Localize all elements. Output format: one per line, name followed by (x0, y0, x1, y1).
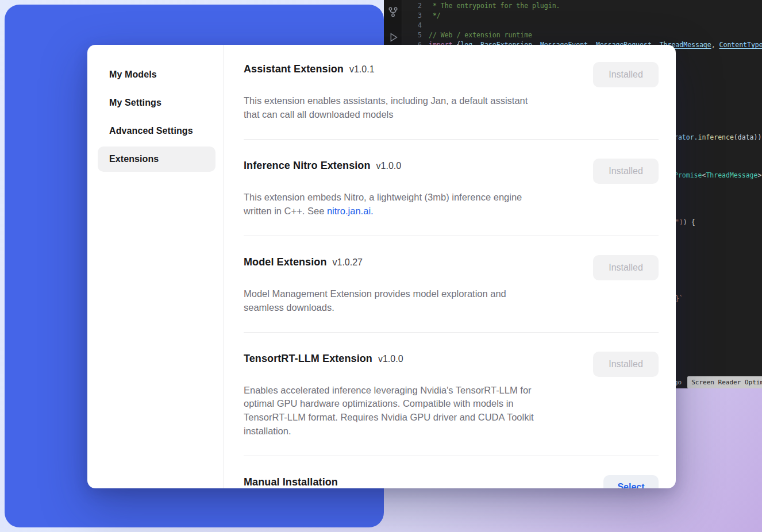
extension-row-assistant: Assistant Extensionv1.0.1 Installed This… (244, 45, 659, 139)
desktop: 2 * The entrypoint for the plugin. 3 */ … (0, 0, 762, 532)
line-number: 3 (402, 11, 429, 21)
extension-version: v1.0.0 (378, 354, 403, 364)
extension-version: v1.0.1 (349, 64, 375, 74)
extension-description: Model Management Extension provides mode… (244, 287, 580, 315)
extension-description: This extension enables assistants, inclu… (244, 94, 580, 122)
extension-row-tensorrt-llm: TensortRT-LLM Extensionv1.0.0 Installed … (244, 332, 659, 456)
settings-modal: My Models My Settings Advanced Settings … (87, 45, 676, 488)
manual-installation-row: Manual Installation Select Select an ext… (244, 456, 659, 488)
installed-button[interactable]: Installed (593, 255, 659, 280)
extension-name: TensortRT-LLM Extension (244, 353, 372, 364)
git-fork-icon[interactable] (387, 6, 399, 18)
run-debug-icon[interactable] (387, 31, 399, 44)
extension-heading: Model Extensionv1.0.27 (244, 256, 363, 268)
code-line: 2 * The entrypoint for the plugin. (402, 1, 762, 11)
sidebar-item-advanced-settings[interactable]: Advanced Settings (98, 118, 215, 144)
installed-button[interactable]: Installed (593, 159, 659, 184)
code-fragment: Promise<ThreadMessage> (674, 171, 761, 180)
extensions-panel: Assistant Extensionv1.0.1 Installed This… (224, 45, 676, 488)
installed-button[interactable]: Installed (593, 352, 659, 377)
extension-heading: Inference Nitro Extensionv1.0.0 (244, 160, 401, 172)
extension-name: Model Extension (244, 256, 327, 268)
code-area[interactable]: 2 * The entrypoint for the plugin. 3 */ … (402, 1, 762, 50)
manual-installation-title: Manual Installation (244, 476, 338, 488)
extension-row-model: Model Extensionv1.0.27 Installed Model M… (244, 236, 659, 332)
extension-name: Inference Nitro Extension (244, 160, 371, 171)
line-number: 4 (402, 21, 429, 30)
select-file-button[interactable]: Select (603, 475, 659, 488)
extension-description: Enables accelerated inference leveraging… (244, 384, 580, 439)
settings-sidebar: My Models My Settings Advanced Settings … (87, 45, 224, 488)
sidebar-item-my-settings[interactable]: My Settings (98, 90, 215, 115)
extension-name: Assistant Extension (244, 63, 344, 75)
code-line: 4 (402, 21, 762, 30)
extension-version: v1.0.0 (376, 161, 402, 171)
line-number: 2 (402, 1, 429, 11)
sidebar-item-extensions[interactable]: Extensions (98, 147, 215, 172)
sidebar-item-my-models[interactable]: My Models (98, 62, 215, 87)
extension-heading: Assistant Extensionv1.0.1 (244, 63, 375, 75)
line-number: 5 (402, 30, 429, 40)
code-fragment: ")) { (675, 218, 695, 228)
nitro-jan-ai-link[interactable]: nitro.jan.ai. (327, 206, 374, 216)
code-line: 3 */ (402, 11, 762, 21)
extension-version: v1.0.27 (333, 257, 363, 267)
extension-heading: TensortRT-LLM Extensionv1.0.0 (244, 353, 403, 365)
manual-installation-heading: Manual Installation (244, 476, 338, 488)
code-fragment: rator.inference(data)); (674, 133, 762, 142)
extension-description: This extension embeds Nitro, a lightweig… (244, 191, 580, 218)
code-line: 5 // Web / extension runtime (402, 30, 762, 40)
extension-row-inference-nitro: Inference Nitro Extensionv1.0.0 Installe… (244, 139, 659, 236)
installed-button[interactable]: Installed (593, 62, 659, 87)
screen-reader-chip[interactable]: Screen Reader Optimize (687, 376, 762, 388)
